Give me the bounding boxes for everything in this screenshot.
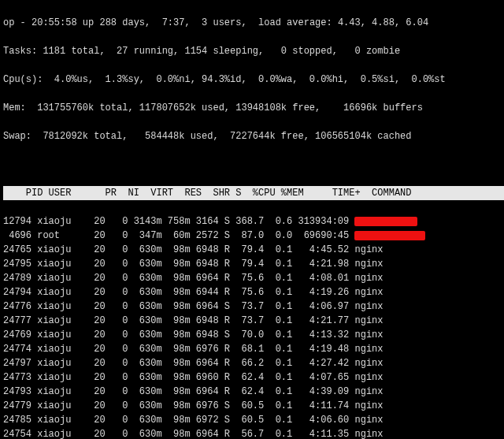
summary-mem: Mem: 131755760k total, 117807652k used, … [3,101,504,115]
process-cells: 24765 xiaoju 20 0 630m 98m 6948 R 79.4 0… [3,244,354,255]
load-label: load average: [247,17,338,28]
summary-tasks: Tasks: 1181 total, 27 running, 1154 slee… [3,44,504,58]
process-command: nginx [354,301,383,312]
process-row: 24777 xiaoju 20 0 630m 98m 6948 R 73.7 0… [3,314,504,328]
process-row: 4696 root 20 0 347m 60m 2572 S 87.0 0.0 … [3,229,504,243]
summary-line-1: op - 20:55:58 up 288 days, 7:37, 3 users… [3,16,504,30]
process-command: nginx [354,287,383,298]
op-label: op - [3,17,32,28]
process-row: 24773 xiaoju 20 0 630m 98m 6960 R 62.4 0… [3,370,504,385]
process-row: 12794 xiaoju 20 0 3143m 758m 3164 S 368.… [3,214,504,229]
process-row: 24754 xiaoju 20 0 630m 98m 6964 R 56.7 0… [3,427,504,439]
process-row: 24779 xiaoju 20 0 630m 98m 6976 S 60.5 0… [3,399,504,413]
process-cells: 24774 xiaoju 20 0 630m 98m 6976 R 68.1 0… [3,344,354,355]
process-row: 24795 xiaoju 20 0 630m 98m 6948 R 79.4 0… [3,257,504,271]
column-header: PID USER PR NI VIRT RES SHR S %CPU %MEM … [3,186,504,200]
redacted-command [354,217,417,226]
process-command: nginx [354,344,383,355]
process-cells: 24795 xiaoju 20 0 630m 98m 6948 R 79.4 0… [3,259,354,270]
process-command: nginx [354,358,383,369]
process-cells: 24779 xiaoju 20 0 630m 98m 6976 S 60.5 0… [3,400,354,411]
redacted-command [354,231,425,240]
process-cells: 4696 root 20 0 347m 60m 2572 S 87.0 0.0 … [3,230,354,241]
process-command: nginx [354,259,383,270]
process-list: 12794 xiaoju 20 0 3143m 758m 3164 S 368.… [3,214,504,439]
process-row: 24769 xiaoju 20 0 630m 98m 6948 S 70.0 0… [3,328,504,342]
process-row: 24774 xiaoju 20 0 630m 98m 6976 R 68.1 0… [3,342,504,356]
process-command: nginx [354,386,383,397]
blank-line [3,158,504,172]
process-command: nginx [354,244,383,255]
process-cells: 24794 xiaoju 20 0 630m 98m 6944 R 75.6 0… [3,287,354,298]
uptime-value: 288 days, 7:37, [99,17,190,28]
process-command: nginx [354,415,383,426]
process-command: nginx [354,400,383,411]
process-command: nginx [354,315,383,326]
clock-value: 20:55:58 [32,17,77,28]
process-command: nginx [354,372,383,383]
process-cells: 24777 xiaoju 20 0 630m 98m 6948 R 73.7 0… [3,315,354,326]
users-value: 3 users, [191,17,247,28]
process-row: 24793 xiaoju 20 0 630m 98m 6964 R 62.4 0… [3,385,504,399]
summary-cpu: Cpu(s): 4.0%us, 1.3%sy, 0.0%ni, 94.3%id,… [3,73,504,87]
process-command: nginx [354,273,383,284]
process-cells: 24769 xiaoju 20 0 630m 98m 6948 S 70.0 0… [3,329,354,340]
process-cells: 24773 xiaoju 20 0 630m 98m 6960 R 62.4 0… [3,372,354,383]
process-cells: 24785 xiaoju 20 0 630m 98m 6972 S 60.5 0… [3,415,354,426]
process-cells: 24789 xiaoju 20 0 630m 98m 6964 R 75.6 0… [3,273,354,284]
process-cells: 24776 xiaoju 20 0 630m 98m 6964 S 73.7 0… [3,301,354,312]
process-row: 24785 xiaoju 20 0 630m 98m 6972 S 60.5 0… [3,413,504,427]
process-row: 24789 xiaoju 20 0 630m 98m 6964 R 75.6 0… [3,271,504,285]
process-cells: 12794 xiaoju 20 0 3143m 758m 3164 S 368.… [3,216,354,227]
up-label: up [77,17,100,28]
summary-swap: Swap: 7812092k total, 584448k used, 7227… [3,129,504,143]
process-command: nginx [354,429,383,439]
load-values: 4.43, 4.88, 6.04 [338,17,428,28]
terminal[interactable]: op - 20:55:58 up 288 days, 7:37, 3 users… [0,0,504,439]
process-command: nginx [354,329,383,340]
process-row: 24794 xiaoju 20 0 630m 98m 6944 R 75.6 0… [3,285,504,299]
process-cells: 24797 xiaoju 20 0 630m 98m 6964 R 66.2 0… [3,358,354,369]
process-cells: 24754 xiaoju 20 0 630m 98m 6964 R 56.7 0… [3,429,354,439]
process-cells: 24793 xiaoju 20 0 630m 98m 6964 R 62.4 0… [3,386,354,397]
process-row: 24765 xiaoju 20 0 630m 98m 6948 R 79.4 0… [3,243,504,257]
process-row: 24776 xiaoju 20 0 630m 98m 6964 S 73.7 0… [3,299,504,314]
process-row: 24797 xiaoju 20 0 630m 98m 6964 R 66.2 0… [3,356,504,370]
